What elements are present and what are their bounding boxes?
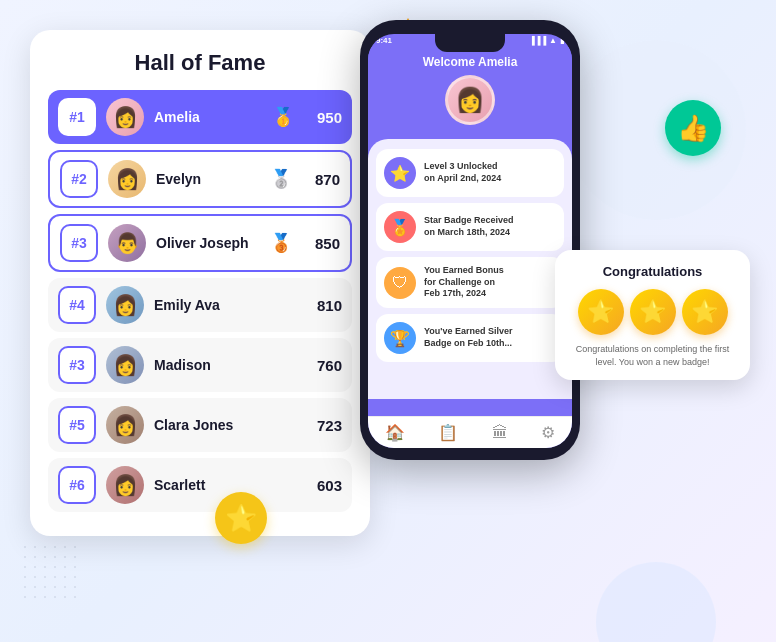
leaderboard-row-2[interactable]: #2 👩 Evelyn 🥈 870	[48, 150, 352, 208]
phone-notch	[435, 34, 505, 52]
activity-text-2: Star Badge Receivedon March 18th, 2024	[424, 215, 514, 238]
activity-icon-4: 🏆	[384, 322, 416, 354]
rank-badge-7: #6	[58, 466, 96, 504]
nav-tasks[interactable]: 📋	[438, 423, 458, 442]
medal-2: 🥈	[270, 168, 292, 190]
avatar-madison: 👩	[106, 346, 144, 384]
score-1: 950	[306, 109, 342, 126]
nav-home[interactable]: 🏠	[385, 423, 405, 442]
activity-item-4[interactable]: 🏆 You've Earned SilverBadge on Feb 10th.…	[376, 314, 564, 362]
score-6: 723	[306, 417, 342, 434]
phone-header: Welcome Amelia 👩	[368, 47, 572, 139]
activity-text-3: You Earned Bonusfor Challenge onFeb 17th…	[424, 265, 504, 300]
home-icon: 🏠	[385, 423, 405, 442]
nav-settings[interactable]: ⚙	[541, 423, 555, 442]
congrats-message: Congratulations on completing the first …	[569, 343, 736, 368]
phone-welcome-text: Welcome Amelia	[378, 55, 562, 69]
rank-badge-2: #2	[60, 160, 98, 198]
activity-item-3[interactable]: 🛡 You Earned Bonusfor Challenge onFeb 17…	[376, 257, 564, 308]
rank-badge-3: #3	[60, 224, 98, 262]
player-name-2: Evelyn	[156, 171, 260, 187]
settings-icon: ⚙	[541, 423, 555, 442]
score-4: 810	[306, 297, 342, 314]
congrats-stars: ⭐ ⭐ ⭐	[569, 289, 736, 335]
activity-text-1: Level 3 Unlockedon April 2nd, 2024	[424, 161, 501, 184]
leaderboard-row-7[interactable]: #6 👩 Scarlett 603	[48, 458, 352, 512]
leaderboard-row-4[interactable]: #4 👩 Emily Ava 810	[48, 278, 352, 332]
star-gold-1: ⭐	[578, 289, 624, 335]
phone-screen: 9:41 ▐▐▐ ▲ ▮ Welcome Amelia 👩 ⭐ Level 3 …	[368, 34, 572, 448]
avatar-scarlett: 👩	[106, 466, 144, 504]
medal-1: 🥇	[272, 106, 294, 128]
activity-icon-1: ⭐	[384, 157, 416, 189]
star-gold-2: ⭐	[630, 289, 676, 335]
score-7: 603	[306, 477, 342, 494]
wifi-icon: ▲	[549, 36, 557, 45]
rank-badge-6: #5	[58, 406, 96, 444]
medal-3: 🥉	[270, 232, 292, 254]
leaderboard-row-6[interactable]: #5 👩 Clara Jones 723	[48, 398, 352, 452]
star-icon: ⭐	[225, 503, 257, 534]
score-3: 850	[304, 235, 340, 252]
activity-icon-3: 🛡	[384, 267, 416, 299]
rank-badge-4: #4	[58, 286, 96, 324]
phone-time: 9:41	[376, 36, 392, 45]
tasks-icon: 📋	[438, 423, 458, 442]
congratulations-card: Congratulations ⭐ ⭐ ⭐ Congratulations on…	[555, 250, 750, 380]
activity-item-2[interactable]: 🏅 Star Badge Receivedon March 18th, 2024	[376, 203, 564, 251]
player-name-3: Oliver Joseph	[156, 235, 260, 251]
avatar-clara: 👩	[106, 406, 144, 444]
leaderboard-row-5[interactable]: #3 👩 Madison 760	[48, 338, 352, 392]
activity-item-1[interactable]: ⭐ Level 3 Unlockedon April 2nd, 2024	[376, 149, 564, 197]
avatar-oliver: 👨	[108, 224, 146, 262]
phone-bottom-nav: 🏠 📋 🏛 ⚙	[368, 416, 572, 448]
congrats-title: Congratulations	[569, 264, 736, 279]
leaderboard-icon: 🏛	[492, 424, 508, 442]
score-2: 870	[304, 171, 340, 188]
player-name-5: Madison	[154, 357, 296, 373]
avatar-evelyn: 👩	[108, 160, 146, 198]
phone-content: ⭐ Level 3 Unlockedon April 2nd, 2024 🏅 S…	[368, 139, 572, 399]
thumbs-up-icon: 👍	[677, 113, 709, 144]
hall-of-fame-card: Hall of Fame #1 👩 Amelia 🥇 950 #2 👩 Evel…	[30, 30, 370, 536]
avatar-amelia: 👩	[106, 98, 144, 136]
score-5: 760	[306, 357, 342, 374]
player-name-4: Emily Ava	[154, 297, 296, 313]
player-name-6: Clara Jones	[154, 417, 296, 433]
hall-of-fame-title: Hall of Fame	[48, 50, 352, 76]
leaderboard-row-1[interactable]: #1 👩 Amelia 🥇 950	[48, 90, 352, 144]
rank-badge-5: #3	[58, 346, 96, 384]
star-badge: ⭐	[215, 492, 267, 544]
thumbs-up-badge: 👍	[665, 100, 721, 156]
phone-user-avatar: 👩	[445, 75, 495, 125]
decorative-circle-bottom	[596, 562, 716, 642]
avatar-emily: 👩	[106, 286, 144, 324]
activity-icon-2: 🏅	[384, 211, 416, 243]
decorative-dots	[20, 542, 80, 602]
player-name-7: Scarlett	[154, 477, 296, 493]
rank-badge-1: #1	[58, 98, 96, 136]
star-gold-3: ⭐	[682, 289, 728, 335]
activity-text-4: You've Earned SilverBadge on Feb 10th...	[424, 326, 513, 349]
nav-leaderboard[interactable]: 🏛	[492, 424, 508, 442]
phone-mockup: 9:41 ▐▐▐ ▲ ▮ Welcome Amelia 👩 ⭐ Level 3 …	[360, 20, 580, 460]
battery-icon: ▮	[560, 36, 564, 45]
leaderboard-row-3[interactable]: #3 👨 Oliver Joseph 🥉 850	[48, 214, 352, 272]
player-name-1: Amelia	[154, 109, 262, 125]
signal-icon: ▐▐▐	[529, 36, 546, 45]
